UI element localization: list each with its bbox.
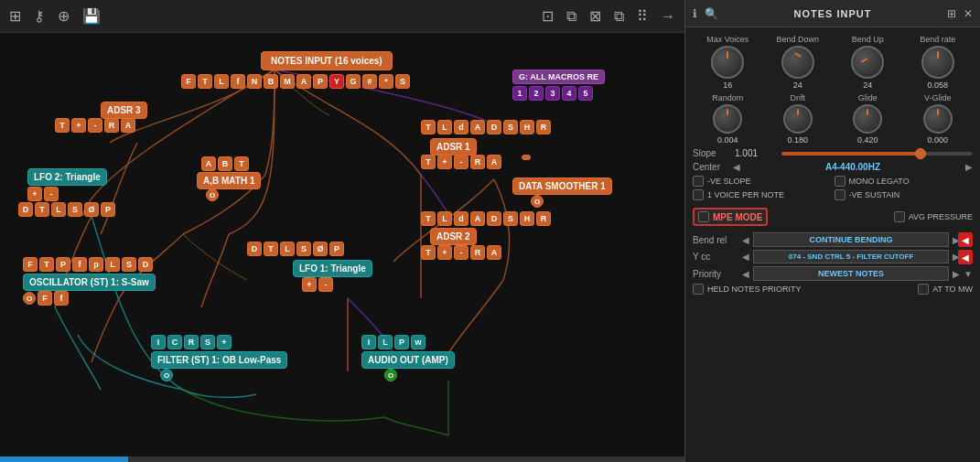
adsr1-node[interactable]: ADSR 1: [430, 138, 477, 156]
ftp-S[interactable]: S: [122, 257, 136, 272]
icon-r2[interactable]: ⧉: [566, 8, 576, 25]
drift-knob[interactable]: [783, 104, 813, 134]
key-icon[interactable]: ⚷: [34, 7, 45, 25]
connector-Y[interactable]: Y: [329, 74, 344, 89]
ilpw-w[interactable]: w: [411, 335, 425, 349]
r-R[interactable]: R: [536, 120, 551, 134]
ftp-T[interactable]: T: [39, 257, 54, 272]
connector-A[interactable]: A: [296, 74, 311, 89]
connector-P[interactable]: P: [313, 74, 328, 89]
num-2[interactable]: 2: [529, 86, 544, 101]
mod-B[interactable]: B: [218, 156, 232, 171]
lfo2-plus[interactable]: +: [27, 187, 42, 201]
r2-T[interactable]: T: [421, 211, 436, 226]
ftp-p2[interactable]: p: [89, 257, 103, 272]
adsr2-node[interactable]: ADSR 2: [430, 228, 477, 245]
close-icon[interactable]: ✕: [964, 7, 973, 20]
top-O2[interactable]: Ø: [84, 202, 99, 217]
adsr1-T[interactable]: T: [421, 155, 436, 169]
bend-down-knob[interactable]: [781, 46, 814, 79]
ilpw-L[interactable]: L: [378, 335, 393, 349]
icrs-S[interactable]: S: [200, 335, 215, 349]
ftp-F[interactable]: F: [23, 257, 38, 272]
icrs-R[interactable]: R: [184, 335, 199, 349]
pin-icon[interactable]: ⊕: [58, 7, 70, 25]
bot-L[interactable]: L: [280, 242, 295, 256]
priority-right[interactable]: ▶: [953, 269, 960, 279]
random-knob[interactable]: [713, 104, 742, 134]
num-1[interactable]: 1: [512, 86, 527, 101]
r2-H[interactable]: H: [520, 211, 534, 226]
audio-O[interactable]: O: [384, 369, 397, 381]
bot-S[interactable]: S: [296, 242, 311, 256]
top-L2[interactable]: L: [51, 202, 66, 217]
y-cc-left[interactable]: ◀: [742, 252, 749, 262]
cb-ve-slope[interactable]: -VE SLOPE: [693, 176, 832, 187]
bend-rel-left[interactable]: ◀: [742, 235, 749, 245]
top-S2[interactable]: S: [68, 202, 82, 217]
connector-N[interactable]: N: [247, 74, 262, 89]
connector-M[interactable]: M: [280, 74, 295, 89]
ftp-L[interactable]: L: [105, 257, 120, 272]
ftp-P[interactable]: P: [56, 257, 70, 272]
adsr2-plus[interactable]: +: [437, 245, 452, 260]
r-S[interactable]: S: [503, 120, 518, 134]
glide-knob[interactable]: [853, 104, 882, 134]
ab-math-O[interactable]: O: [206, 188, 219, 201]
adsr1-R[interactable]: R: [470, 155, 485, 169]
r2-S[interactable]: S: [503, 211, 518, 226]
r2-d[interactable]: d: [454, 211, 468, 226]
ir-node[interactable]: [522, 155, 531, 160]
cb-1-voice-box[interactable]: [693, 189, 704, 200]
lfo1-node[interactable]: LFO 1: Triangle: [293, 260, 372, 277]
icrs-I[interactable]: I: [151, 335, 166, 349]
connector-star[interactable]: *: [379, 74, 393, 89]
at-to-mw-checkbox[interactable]: [918, 284, 929, 295]
info-icon[interactable]: ℹ: [693, 7, 697, 20]
connector-hash[interactable]: #: [362, 74, 377, 89]
priority-value[interactable]: NEWEST NOTES: [753, 266, 949, 281]
slope-thumb[interactable]: [915, 148, 926, 159]
notes-input-node[interactable]: NOTES INPUT (16 voices): [261, 51, 393, 70]
max-voices-knob[interactable]: [711, 46, 744, 79]
lfo2-minus[interactable]: -: [44, 187, 59, 201]
bot-T[interactable]: T: [264, 242, 278, 256]
ab-math-node[interactable]: A,B MATH 1: [197, 172, 261, 189]
connector-G[interactable]: G: [346, 74, 361, 89]
filter-node[interactable]: FILTER (ST) 1: OB Low-Pass: [151, 351, 287, 369]
macros-node[interactable]: G: ALL MACROS RE: [512, 70, 605, 84]
adsr1-A2[interactable]: A: [487, 155, 501, 169]
connector-B[interactable]: B: [264, 74, 278, 89]
bend-rate-knob[interactable]: [921, 46, 954, 79]
ilpw-I[interactable]: I: [361, 335, 376, 349]
cb-ve-sustain[interactable]: -VE SUSTAIN: [835, 189, 974, 200]
adsr1-minus[interactable]: -: [454, 155, 468, 169]
cb-avg-pressure[interactable]: AVG PRESSURE: [894, 211, 973, 222]
bend-rel-value[interactable]: CONTINUE BENDING: [753, 232, 949, 247]
center-arrow-left[interactable]: ◀: [733, 162, 740, 172]
filter-O[interactable]: O: [160, 369, 173, 381]
cb-mono-legato[interactable]: MONO LEGATO: [835, 176, 974, 187]
r-A[interactable]: A: [470, 120, 485, 134]
adsr2-A2[interactable]: A: [487, 245, 501, 260]
adsr2-T[interactable]: T: [421, 245, 436, 260]
adsr2-R[interactable]: R: [470, 245, 485, 260]
adsr2-minus[interactable]: -: [454, 245, 468, 260]
icon-r5[interactable]: ⠿: [637, 7, 648, 25]
r-d[interactable]: d: [454, 120, 468, 134]
icrs-C[interactable]: C: [167, 335, 182, 349]
ilpw-P[interactable]: P: [394, 335, 409, 349]
cb-ve-slope-box[interactable]: [693, 176, 704, 187]
cb-1-voice[interactable]: 1 VOICE PER NOTE: [693, 189, 832, 200]
adsr3-R[interactable]: R: [104, 118, 119, 133]
mpe-mode-checkbox[interactable]: [698, 211, 709, 222]
mod-A[interactable]: A: [201, 156, 216, 171]
r-T[interactable]: T: [421, 120, 436, 134]
r-L[interactable]: L: [437, 120, 452, 134]
bot-O[interactable]: Ø: [313, 242, 328, 256]
top-D[interactable]: D: [18, 202, 33, 217]
osc-O[interactable]: O: [23, 292, 36, 305]
bot-D[interactable]: D: [247, 242, 262, 256]
y-cc-value[interactable]: 074 - SND CTRL 5 - FILTER CUTOFF: [753, 250, 949, 263]
connector-F[interactable]: F: [181, 74, 196, 89]
